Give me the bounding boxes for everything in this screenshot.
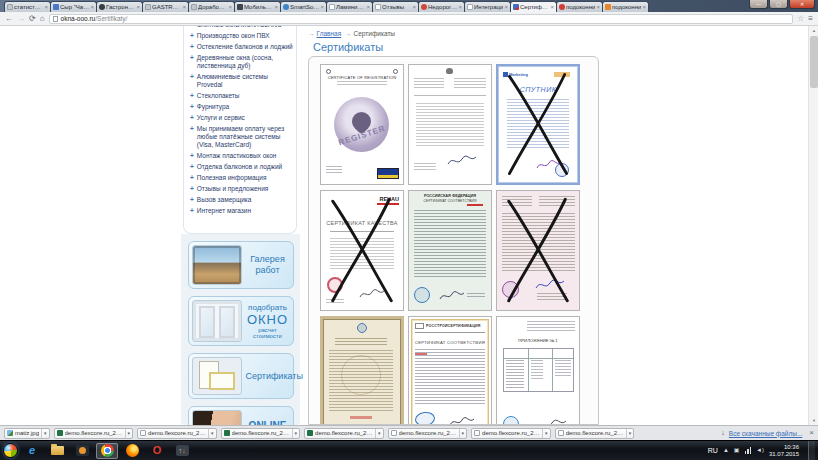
browser-tab[interactable]: Ламиниров× [326, 1, 373, 12]
tab-close-icon[interactable]: × [320, 4, 324, 10]
browser-tab[interactable]: Отзывы× [372, 1, 419, 12]
download-dropdown-icon[interactable]: ▾ [125, 429, 131, 438]
widget-gallery[interactable]: Галерея работ [188, 241, 294, 289]
browser-tab[interactable]: Доработки× [188, 1, 235, 12]
tab-close-icon[interactable]: × [596, 4, 600, 10]
browser-tab[interactable]: Гастрономи× [96, 1, 143, 12]
scroll-up-icon[interactable]: ▲ [809, 26, 818, 35]
tab-close-icon[interactable]: × [228, 4, 232, 10]
tab-close-icon[interactable]: × [550, 4, 554, 10]
sidebar-menu-item[interactable]: +Мы принимаем оплату через любые платёжн… [190, 125, 294, 149]
certificate-thumb-5[interactable]: РОССИЙСКАЯ ФЕДЕРАЦИЯ СЕРТИФИКАТ СООТВЕТС… [408, 190, 492, 311]
browser-tab[interactable]: подоконни× [602, 1, 649, 12]
browser-tab[interactable]: Мобильный× [234, 1, 281, 12]
download-dropdown-icon[interactable]: ▾ [542, 429, 548, 438]
download-dropdown-icon[interactable]: ▾ [459, 429, 465, 438]
taskbar-chrome-icon[interactable] [96, 443, 118, 459]
taskbar-windows-explorer-icon[interactable] [46, 443, 68, 459]
taskbar-media-player-icon[interactable] [71, 443, 93, 459]
sidebar-menu-item[interactable]: +Элитные окна MONTBLANC [190, 26, 294, 29]
sidebar-menu-item[interactable]: +Остекление балконов и лоджий [190, 43, 294, 51]
tab-close-icon[interactable]: × [366, 4, 370, 10]
taskbar-firefox-icon[interactable] [121, 443, 143, 459]
sidebar-menu-item[interactable]: +Стеклопакеты [190, 92, 294, 100]
taskbar-opera-icon[interactable]: O [146, 443, 168, 459]
tab-close-icon[interactable]: × [412, 4, 416, 10]
download-item[interactable]: demo.flexcore.ru_29....csv▾ [54, 428, 134, 439]
certificate-thumb-1[interactable]: CERTIFICATE OF REGISTRATION REGISTER [320, 64, 404, 185]
back-icon[interactable]: ← [5, 14, 13, 24]
tab-close-icon[interactable]: × [182, 4, 186, 10]
download-dropdown-icon[interactable]: ▾ [41, 429, 47, 438]
sidebar-menu-item[interactable]: +Фурнитура [190, 103, 294, 111]
breadcrumb-home-link[interactable]: Главная [317, 30, 342, 37]
browser-tab[interactable]: Недорогие× [418, 1, 465, 12]
home-icon[interactable]: ⌂ [40, 14, 45, 24]
sidebar-menu-item[interactable]: +Услуги и сервис [190, 114, 294, 122]
show-desktop-button[interactable] [808, 441, 815, 460]
sidebar-menu-item[interactable]: +Отделка балконов и лоджий [190, 163, 294, 171]
browser-tab[interactable]: Сыр "Чанах× [50, 1, 97, 12]
browser-tab[interactable]: GASTRONO× [142, 1, 189, 12]
start-button[interactable] [3, 443, 18, 458]
tab-close-icon[interactable]: × [136, 4, 140, 10]
download-dropdown-icon[interactable]: ▾ [292, 429, 298, 438]
download-item[interactable]: demo.flexcore.ru_2....html▾ [555, 428, 635, 439]
sidebar-menu-item[interactable]: +Полезная информация [190, 174, 294, 182]
network-icon[interactable] [745, 447, 752, 454]
tab-close-icon[interactable]: × [90, 4, 94, 10]
sidebar-menu-item[interactable]: +Вызов замерщика [190, 196, 294, 204]
widget-window-calculator[interactable]: подобрать ОКНО расчет стоимости [188, 296, 294, 346]
page-scrollbar[interactable]: ▲ ▼ [808, 26, 818, 425]
sidebar-menu-item[interactable]: +Монтаж пластиковых окон [190, 152, 294, 160]
browser-tab[interactable]: Интеграци× [464, 1, 511, 12]
download-item[interactable]: matiz.jpg▾ [4, 428, 50, 439]
download-dropdown-icon[interactable]: ▾ [375, 429, 381, 438]
certificate-thumb-6[interactable] [496, 190, 580, 311]
tab-close-icon[interactable]: × [44, 4, 48, 10]
download-dropdown-icon[interactable]: ▾ [208, 429, 214, 438]
close-button[interactable]: ✕ [789, 0, 815, 9]
certificate-thumb-9[interactable]: ПРИЛОЖЕНИЕ № 1 [496, 316, 580, 425]
tab-close-icon[interactable]: × [504, 4, 508, 10]
certificate-thumb-3[interactable]: Marketing СПУТНИК [496, 64, 580, 185]
taskbar-internet-explorer-icon[interactable]: e [21, 443, 43, 459]
maximize-button[interactable]: ▢ [769, 0, 788, 9]
sidebar-menu-item[interactable]: +Интернет магазин [190, 207, 294, 215]
download-item[interactable]: demo.flexcore.ru_29....csv▾ [304, 428, 384, 439]
sidebar-menu-item[interactable]: +Алюминиевые системы Provedal [190, 73, 294, 89]
download-item[interactable]: demo.flexcore.ru_2....html▾ [471, 428, 551, 439]
browser-tab[interactable]: SmartSoluti× [280, 1, 327, 12]
browser-tab[interactable]: Сертифика× [510, 1, 557, 12]
widget-certificates[interactable]: Сертификаты [188, 353, 294, 399]
taskbar-download-manager-icon[interactable]: ↑↓ [171, 443, 193, 459]
download-item[interactable]: demo.flexcore.ru_2....html▾ [388, 428, 468, 439]
download-dropdown-icon[interactable]: ▾ [626, 429, 632, 438]
tray-app-icon[interactable]: ▣ [734, 447, 740, 454]
scrollbar-thumb[interactable] [810, 36, 818, 88]
forward-icon[interactable]: → [17, 14, 25, 24]
browser-tab[interactable]: статистика× [4, 1, 51, 12]
certificate-thumb-2[interactable] [408, 64, 492, 185]
reload-icon[interactable]: ⟳ [29, 14, 36, 24]
language-indicator[interactable]: RU [708, 447, 718, 454]
sidebar-menu-item[interactable]: +Отзывы и предложения [190, 185, 294, 193]
scroll-down-icon[interactable]: ▼ [809, 416, 818, 425]
minimize-button[interactable]: — [749, 0, 768, 9]
sidebar-menu-item[interactable]: +Производство окон ПВХ [190, 32, 294, 40]
menu-icon[interactable]: ≡ [808, 14, 813, 24]
tab-close-icon[interactable]: × [458, 4, 462, 10]
downloads-bar-close-icon[interactable]: × [809, 429, 814, 437]
certificate-thumb-7[interactable] [320, 316, 404, 425]
certificate-thumb-4[interactable]: REHAU СЕРТИФИКАТ КАЧЕСТВА [320, 190, 404, 311]
tab-close-icon[interactable]: × [274, 4, 278, 10]
certificate-thumb-8[interactable]: РОССТРОЙСЕРТИФИКАЦИЯ СЕРТИФИКАТ СООТВЕТС… [408, 316, 492, 425]
download-item[interactable]: demo.flexcore.ru_2....html▾ [137, 428, 217, 439]
volume-icon[interactable]: ◄) [756, 447, 764, 454]
taskbar-clock[interactable]: 10:36 31.07.2015 [769, 444, 799, 458]
tab-close-icon[interactable]: × [642, 4, 646, 10]
hidden-icons-icon[interactable]: ▲ [723, 447, 729, 454]
browser-tab[interactable]: подоконни× [556, 1, 603, 12]
show-all-downloads-link[interactable]: Все скачанные файлы... [729, 430, 802, 437]
bookmark-star-icon[interactable]: ☆ [797, 14, 804, 24]
